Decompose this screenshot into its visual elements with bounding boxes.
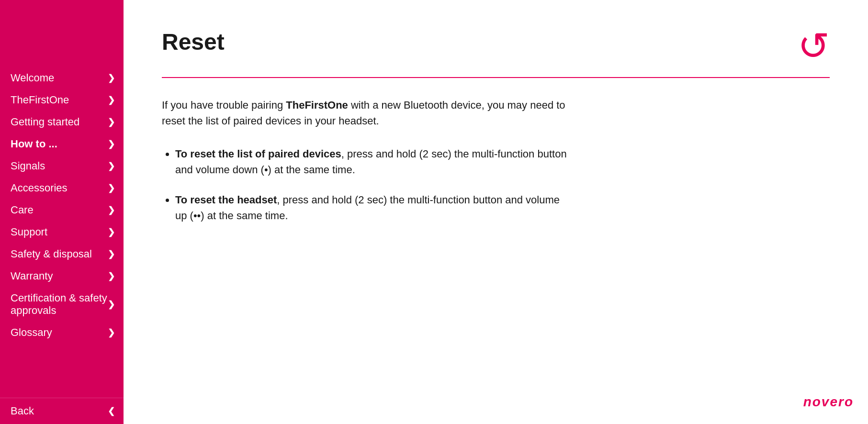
chevron-icon-accessories: ❯ [108,183,115,193]
sidebar-item-glossary[interactable]: Glossary❯ [0,322,124,344]
sidebar: Welcome❯TheFirstOne❯Getting started❯How … [0,0,124,424]
sidebar-item-label-thefirstone: TheFirstOne [11,94,69,106]
chevron-icon-warranty: ❯ [108,271,115,281]
sidebar-item-welcome[interactable]: Welcome❯ [0,67,124,89]
chevron-icon-care: ❯ [108,205,115,215]
chevron-icon-glossary: ❯ [108,327,115,338]
sidebar-item-label-glossary: Glossary [11,326,52,339]
sidebar-item-label-support: Support [11,226,47,238]
chevron-icon-support: ❯ [108,227,115,237]
chevron-icon-welcome: ❯ [108,73,115,83]
chevron-icon-how-to: ❯ [108,139,115,149]
bullet-item-1: To reset the headset, press and hold (2 … [175,192,574,223]
chevron-icon-safety-disposal: ❯ [108,249,115,259]
brand-name: TheFirstOne [286,99,348,111]
sidebar-item-signals[interactable]: Signals❯ [0,155,124,177]
sidebar-spacer [0,344,124,398]
sidebar-item-safety-disposal[interactable]: Safety & disposal❯ [0,243,124,265]
novero-logo: novero [803,394,854,410]
bullet-list: To reset the list of paired devices, pre… [162,146,574,223]
intro-paragraph: If you have trouble pairing TheFirstOne … [162,97,574,129]
reset-icon: ↺ [798,24,830,68]
sidebar-item-label-getting-started: Getting started [11,116,79,128]
page-header: Reset ↺ [162,29,830,68]
sidebar-item-label-warranty: Warranty [11,270,53,282]
title-divider [162,77,830,78]
bullet-bold-1: To reset the headset [175,194,277,206]
sidebar-item-certification[interactable]: Certification & safety approvals❯ [0,287,124,322]
sidebar-item-accessories[interactable]: Accessories❯ [0,177,124,199]
intro-text-before: If you have trouble pairing [162,99,286,111]
sidebar-item-label-care: Care [11,204,34,216]
sidebar-item-label-how-to: How to ... [11,138,57,150]
sidebar-item-care[interactable]: Care❯ [0,199,124,221]
chevron-back-icon: ❮ [108,406,115,416]
sidebar-item-support[interactable]: Support❯ [0,221,124,243]
page-title: Reset [162,29,225,55]
sidebar-item-label-welcome: Welcome [11,72,54,84]
bullet-bold-0: To reset the list of paired devices [175,148,341,160]
sidebar-item-label-signals: Signals [11,160,45,172]
main-content: Reset ↺ If you have trouble pairing TheF… [124,0,868,424]
sidebar-item-warranty[interactable]: Warranty❯ [0,265,124,287]
sidebar-item-label-certification: Certification & safety approvals [11,292,108,317]
sidebar-item-getting-started[interactable]: Getting started❯ [0,111,124,133]
page-body: If you have trouble pairing TheFirstOne … [162,97,574,238]
chevron-icon-getting-started: ❯ [108,117,115,127]
sidebar-item-thefirstone[interactable]: TheFirstOne❯ [0,89,124,111]
chevron-icon-certification: ❯ [108,299,115,310]
sidebar-item-how-to[interactable]: How to ...❯ [0,133,124,155]
bullet-item-0: To reset the list of paired devices, pre… [175,146,574,178]
chevron-icon-signals: ❯ [108,161,115,171]
sidebar-item-label-accessories: Accessories [11,182,68,194]
chevron-icon-thefirstone: ❯ [108,95,115,105]
back-label: Back [11,405,34,417]
sidebar-back-button[interactable]: Back ❮ [0,398,124,424]
sidebar-item-label-safety-disposal: Safety & disposal [11,248,92,260]
